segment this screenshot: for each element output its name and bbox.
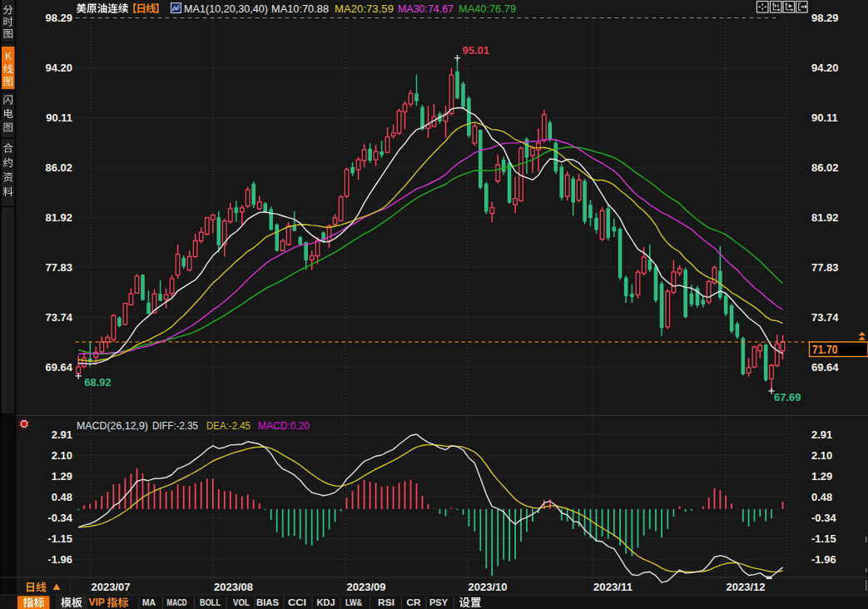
svg-text:94.20: 94.20 xyxy=(811,62,839,74)
svg-text:2023/07: 2023/07 xyxy=(92,581,131,593)
svg-text:67.69: 67.69 xyxy=(774,391,801,404)
svg-text:81.92: 81.92 xyxy=(45,211,72,224)
svg-text:-1.15: -1.15 xyxy=(811,532,836,545)
svg-text:-1.96: -1.96 xyxy=(811,553,836,566)
svg-text:MA20:73.59: MA20:73.59 xyxy=(335,2,394,15)
svg-text:LW&: LW& xyxy=(345,597,362,607)
svg-text:MA10:70.88: MA10:70.88 xyxy=(271,2,329,15)
svg-text:MACD:0.20: MACD:0.20 xyxy=(258,419,310,432)
svg-text:2.91: 2.91 xyxy=(52,428,72,441)
svg-text:MA1(10,20,30,40): MA1(10,20,30,40) xyxy=(184,2,268,15)
svg-text:-1.96: -1.96 xyxy=(47,553,72,566)
svg-text:0.48: 0.48 xyxy=(52,491,72,503)
svg-text:-0.34: -0.34 xyxy=(47,512,72,524)
svg-text:KDJ: KDJ xyxy=(317,597,335,607)
svg-text:MACD(26,12,9): MACD(26,12,9) xyxy=(77,419,148,432)
svg-text:2.91: 2.91 xyxy=(811,428,832,441)
svg-text:2023/10: 2023/10 xyxy=(469,581,508,593)
svg-text:0.48: 0.48 xyxy=(811,491,832,503)
svg-text:BIAS: BIAS xyxy=(256,597,279,607)
svg-text:PSY: PSY xyxy=(429,597,448,607)
svg-text:MA: MA xyxy=(142,597,156,607)
svg-text:2023/11: 2023/11 xyxy=(593,581,632,593)
svg-text:98.29: 98.29 xyxy=(45,12,72,24)
svg-text:MA30:74.67: MA30:74.67 xyxy=(398,2,454,15)
svg-text:86.02: 86.02 xyxy=(811,161,839,174)
svg-text:81.92: 81.92 xyxy=(811,211,839,224)
svg-text:-1.15: -1.15 xyxy=(47,532,72,545)
svg-text:86.02: 86.02 xyxy=(45,161,72,174)
svg-text:VIP: VIP xyxy=(89,597,105,608)
svg-text:2023/08: 2023/08 xyxy=(214,581,253,593)
svg-text:71.70: 71.70 xyxy=(812,343,838,356)
svg-text:CR: CR xyxy=(407,597,422,607)
svg-text:69.64: 69.64 xyxy=(811,361,839,374)
svg-text:1.29: 1.29 xyxy=(811,470,832,483)
svg-text:94.20: 94.20 xyxy=(45,62,72,74)
svg-text:2023/09: 2023/09 xyxy=(347,581,386,593)
svg-text:90.11: 90.11 xyxy=(46,111,72,124)
svg-text:77.83: 77.83 xyxy=(45,261,72,274)
svg-text:DIFF:-2.35: DIFF:-2.35 xyxy=(152,419,198,432)
svg-text:DEA:-2.45: DEA:-2.45 xyxy=(206,419,250,432)
svg-text:-0.34: -0.34 xyxy=(811,512,836,524)
svg-text:RSI: RSI xyxy=(378,597,394,607)
svg-text:90.11: 90.11 xyxy=(811,111,838,124)
svg-text:73.74: 73.74 xyxy=(45,311,72,324)
svg-text:VOL: VOL xyxy=(233,597,250,607)
svg-text:77.83: 77.83 xyxy=(811,261,839,274)
svg-text:2.10: 2.10 xyxy=(52,449,72,462)
svg-text:1.29: 1.29 xyxy=(52,470,72,483)
svg-text:98.29: 98.29 xyxy=(811,12,839,24)
svg-text:2.10: 2.10 xyxy=(811,449,832,462)
svg-text:68.92: 68.92 xyxy=(84,376,112,389)
svg-text:MACD: MACD xyxy=(167,597,187,607)
svg-text:2023/12: 2023/12 xyxy=(727,581,766,593)
svg-text:MA40:76.79: MA40:76.79 xyxy=(459,2,516,15)
svg-text:73.74: 73.74 xyxy=(811,311,839,324)
svg-text:69.64: 69.64 xyxy=(45,361,72,374)
svg-text:BOLL: BOLL xyxy=(200,597,221,607)
svg-text:95.01: 95.01 xyxy=(463,44,490,57)
svg-text:CCI: CCI xyxy=(288,597,306,607)
